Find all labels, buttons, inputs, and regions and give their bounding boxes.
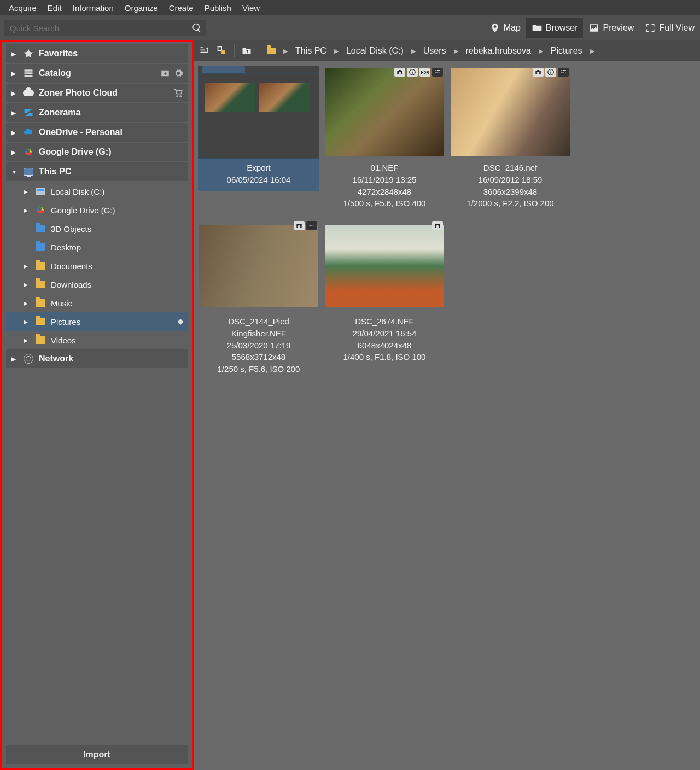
tree-pictures[interactable]: ▶ Pictures <box>6 312 188 331</box>
breadcrumb-users[interactable]: Users <box>420 46 450 56</box>
thumb-export-folder[interactable]: Export 06/05/2024 16:04 <box>198 66 319 215</box>
expand-arrow-icon[interactable]: ▶ <box>24 282 30 288</box>
up-folder-button[interactable] <box>239 43 254 59</box>
expand-arrow-icon[interactable]: ▶ <box>11 51 18 57</box>
map-pin-icon <box>489 22 500 33</box>
menu-create[interactable]: Create <box>164 2 199 14</box>
viewmode-browser[interactable]: Browser <box>526 18 584 38</box>
breadcrumb-this-pc[interactable]: This PC <box>292 46 330 56</box>
pc-icon <box>22 166 34 178</box>
image-thumbnail <box>199 225 318 307</box>
expand-arrow-icon[interactable]: ▶ <box>24 337 30 343</box>
thumb-exif: 1/500 s, F5.6, ISO 400 <box>326 197 443 209</box>
svg-rect-3 <box>218 47 222 51</box>
tree-label: Music <box>51 299 72 308</box>
camera-icon <box>533 68 544 77</box>
chevron-right-icon: ▶ <box>536 48 545 55</box>
tree-google-drive-g[interactable]: ▶ Google Drive (G:) <box>6 201 188 219</box>
cart-icon[interactable] <box>173 88 183 98</box>
thumb-01-nef[interactable]: HDR 01.NEF 16/11/2019 13:25 4272x2848x48… <box>324 66 445 215</box>
view-mode-switcher: Map Browser Preview Full View <box>484 15 700 40</box>
thumb-dimensions: 3606x2399x48 <box>452 186 569 198</box>
viewmode-browser-label: Browser <box>546 23 578 33</box>
search-button[interactable] <box>188 20 206 36</box>
image-thumbnail <box>451 68 570 156</box>
menu-edit[interactable]: Edit <box>42 2 67 14</box>
expand-arrow-icon[interactable]: ▶ <box>11 110 18 116</box>
svg-point-7 <box>412 70 412 71</box>
select-all-button[interactable] <box>214 43 230 59</box>
expand-arrow-icon[interactable]: ▶ <box>11 130 18 136</box>
tree-label: Google Drive (G:) <box>39 147 111 157</box>
breadcrumb-local-disk[interactable]: Local Disk (C:) <box>343 46 407 56</box>
import-button[interactable]: Import <box>6 745 188 764</box>
expand-arrow-icon[interactable]: ▶ <box>11 90 18 96</box>
tree-network[interactable]: ▶ Network <box>6 349 188 368</box>
menu-acquire[interactable]: Acquire <box>3 2 42 14</box>
expand-arrow-icon[interactable]: ▶ <box>24 189 30 195</box>
tree-label: Videos <box>51 336 76 345</box>
collapse-arrow-icon[interactable]: ▼ <box>11 169 18 175</box>
tree-this-pc[interactable]: ▼ This PC <box>6 162 188 181</box>
expand-arrow-icon[interactable]: ▶ <box>11 71 18 77</box>
tree-catalog[interactable]: ▶ Catalog <box>6 64 188 83</box>
expand-arrow-icon[interactable]: ▶ <box>11 356 18 362</box>
camera-icon <box>294 221 305 230</box>
thumb-dsc-2146[interactable]: DSC_2146.nef 16/09/2012 18:59 3606x2399x… <box>450 66 571 215</box>
tree-3d-objects[interactable]: 3D Objects <box>6 219 188 238</box>
svg-point-14 <box>562 69 563 71</box>
add-catalog-icon[interactable] <box>160 68 170 78</box>
svg-point-18 <box>312 225 313 226</box>
svg-rect-4 <box>221 50 225 54</box>
google-drive-icon <box>34 204 46 216</box>
viewmode-map[interactable]: Map <box>484 18 526 38</box>
thumb-dsc-2144[interactable]: DSC_2144_Pied Kingfisher.NEF 25/03/2020 … <box>198 219 319 381</box>
tree-videos[interactable]: ▶ Videos <box>6 331 188 349</box>
thumb-date: 25/03/2020 17:19 <box>200 340 317 352</box>
expand-arrow-icon[interactable]: ▶ <box>24 319 30 325</box>
tree-onedrive[interactable]: ▶ OneDrive - Personal <box>6 123 188 142</box>
expand-arrow-icon[interactable]: ▶ <box>24 300 30 306</box>
network-icon <box>22 353 34 365</box>
breadcrumb-user[interactable]: rebeka.hrubsova <box>463 46 534 56</box>
folder-icon <box>34 297 46 309</box>
menu-information[interactable]: Information <box>67 2 119 14</box>
thumb-exif: 1/250 s, F5.6, ISO 200 <box>200 363 317 375</box>
breadcrumb-pictures[interactable]: Pictures <box>547 46 586 56</box>
menu-organize[interactable]: Organize <box>119 2 164 14</box>
search-input[interactable] <box>4 20 188 36</box>
gear-icon[interactable] <box>173 68 183 78</box>
sort-indicator-icon[interactable] <box>178 319 183 325</box>
expand-arrow-icon[interactable]: ▶ <box>11 149 18 155</box>
svg-rect-1 <box>25 72 33 74</box>
image-thumbnail <box>325 68 444 156</box>
tree-label: Desktop <box>51 243 81 252</box>
chevron-right-icon: ▶ <box>588 48 597 55</box>
tree-label: 3D Objects <box>51 224 91 234</box>
cloud-icon <box>22 87 34 99</box>
tree-google-drive[interactable]: ▶ Google Drive (G:) <box>6 143 188 161</box>
thumb-name: DSC_2674.NEF <box>326 316 443 328</box>
hdr-icon: HDR <box>419 68 430 77</box>
tree-documents[interactable]: ▶ Documents <box>6 256 188 275</box>
tree-zoner-cloud[interactable]: ▶ Zoner Photo Cloud <box>6 84 188 102</box>
thumb-dsc-2674[interactable]: DSC_2674.NEF 29/04/2021 16:54 6048x4024x… <box>324 219 445 381</box>
viewmode-fullview[interactable]: Full View <box>639 18 700 38</box>
thumb-name: DSC_2146.nef <box>452 162 569 174</box>
menu-view[interactable]: View <box>237 2 265 14</box>
tree-local-disk-c[interactable]: ▶ Local Disk (C:) <box>6 182 188 201</box>
tree-downloads[interactable]: ▶ Downloads <box>6 275 188 294</box>
tree-desktop[interactable]: Desktop <box>6 238 188 256</box>
tree-zonerama[interactable]: ▶ Zonerama <box>6 103 188 122</box>
menu-publish[interactable]: Publish <box>199 2 237 14</box>
tree-music[interactable]: ▶ Music <box>6 294 188 312</box>
tree-favorites[interactable]: ▶ Favorites <box>6 44 188 63</box>
tree-label: Network <box>39 354 73 364</box>
expand-arrow-icon[interactable]: ▶ <box>24 263 30 269</box>
svg-point-13 <box>550 70 551 71</box>
camera-icon <box>394 68 405 77</box>
expand-arrow-icon[interactable]: ▶ <box>24 207 30 213</box>
image-icon <box>588 22 599 33</box>
sort-az-button[interactable] <box>197 43 212 59</box>
viewmode-preview[interactable]: Preview <box>583 18 639 38</box>
